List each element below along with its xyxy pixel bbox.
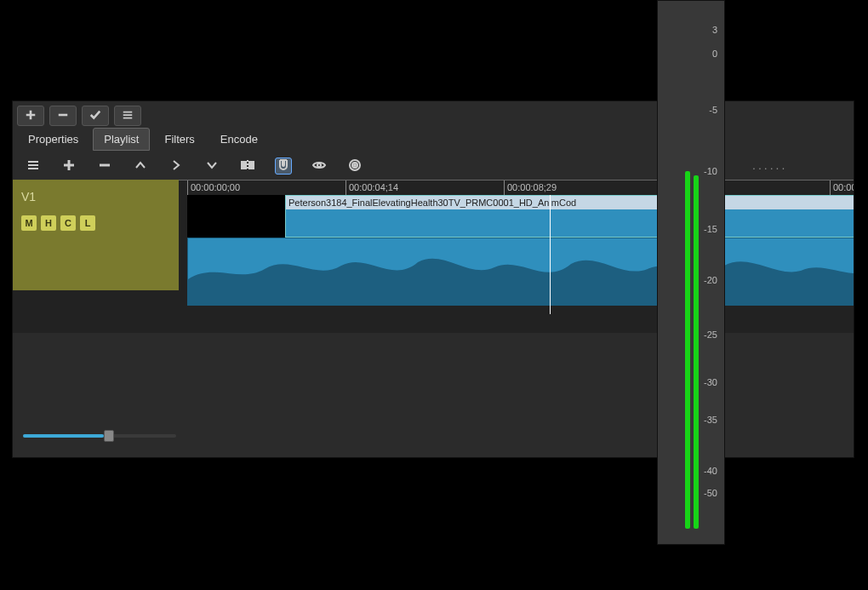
add-button[interactable] — [17, 106, 44, 126]
meter-label: -50 — [704, 488, 717, 498]
split-icon — [241, 158, 254, 175]
track-lock-toggle[interactable]: L — [80, 215, 95, 231]
tl-snap-button[interactable] — [275, 158, 292, 175]
timeline-toolbar — [13, 151, 854, 180]
svg-rect-1 — [249, 162, 254, 169]
timeline[interactable]: V1 M H C L 00:00:00;00 00:00:04;14 00:00… — [13, 180, 854, 333]
svg-point-3 — [317, 163, 321, 167]
tl-menu-button[interactable] — [25, 158, 42, 175]
track-header[interactable]: V1 M H C L — [13, 180, 179, 290]
ruler-tick: 00:00:00;00 — [187, 180, 240, 195]
tl-visibility-button[interactable] — [311, 158, 328, 175]
meter-label: -5 — [709, 105, 717, 115]
meter-bar-left — [685, 171, 690, 529]
tl-up-button[interactable] — [132, 158, 149, 175]
more-button[interactable] — [114, 106, 141, 126]
tab-playlist[interactable]: Playlist — [93, 128, 150, 151]
tl-remove-button[interactable] — [96, 158, 113, 175]
svg-rect-0 — [242, 162, 246, 169]
chevron-up-icon — [134, 158, 147, 175]
track-mute-toggle[interactable]: M — [21, 215, 37, 231]
clip-title-label: Peterson3184_FinalElevatingHealth30TV_PR… — [286, 196, 854, 209]
zoom-track — [23, 434, 176, 438]
meter-label: 3 — [712, 25, 717, 35]
confirm-button[interactable] — [82, 106, 109, 126]
plus-icon — [25, 109, 37, 123]
minus-icon — [98, 158, 111, 175]
track-toggles: M H C L — [21, 215, 170, 231]
tl-add-button[interactable] — [60, 158, 77, 175]
tab-properties[interactable]: Properties — [17, 128, 89, 151]
track-name-label: V1 — [21, 190, 170, 203]
zoom-thumb[interactable] — [104, 430, 114, 442]
decorative-dots: ...... — [752, 158, 787, 172]
chevron-down-icon — [205, 158, 219, 175]
track-hide-toggle[interactable]: H — [41, 215, 56, 231]
ruler-tick: 00:00: — [830, 180, 854, 195]
tl-target-button[interactable] — [346, 158, 363, 175]
tl-down-button[interactable] — [203, 158, 220, 175]
meter-label: -30 — [704, 377, 717, 387]
meter-bars — [685, 163, 699, 529]
meter-label: -10 — [704, 166, 717, 176]
zoom-slider[interactable] — [23, 432, 176, 440]
time-ruler[interactable]: 00:00:00;00 00:00:04;14 00:00:08;29 00:0… — [179, 180, 854, 195]
panel-tabs: Properties Playlist Filters Encode — [13, 128, 854, 151]
editor-window: Properties Playlist Filters Encode V1 M … — [12, 100, 854, 458]
track-composite-toggle[interactable]: C — [60, 215, 76, 231]
meter-label: -25 — [704, 329, 717, 340]
target-icon — [348, 158, 362, 175]
clip-main-audio[interactable] — [187, 238, 854, 306]
tab-filters[interactable]: Filters — [153, 128, 205, 151]
playhead[interactable] — [550, 195, 551, 314]
clip-area[interactable]: Peterson3184_FinalElevatingHealth30TV_PR… — [179, 195, 854, 314]
top-toolbar — [13, 101, 854, 126]
chevron-right-icon — [169, 158, 183, 175]
tab-encode[interactable]: Encode — [209, 128, 269, 151]
tl-split-button[interactable] — [239, 158, 256, 175]
ruler-tick: 00:00:08;29 — [504, 180, 557, 195]
meter-label: -15 — [704, 224, 717, 234]
clip-leader[interactable] — [187, 195, 285, 238]
hamburger-icon — [122, 109, 134, 123]
minus-icon — [57, 109, 69, 123]
meter-label: -20 — [704, 275, 717, 285]
tl-next-button[interactable] — [168, 158, 185, 175]
check-icon — [89, 109, 101, 123]
eye-icon — [312, 158, 326, 175]
ruler-tick: 00:00:04;14 — [345, 180, 398, 195]
hamburger-icon — [26, 158, 40, 175]
plus-icon — [62, 158, 76, 175]
waveform-icon — [188, 238, 854, 305]
meter-bar-right — [694, 175, 699, 529]
meter-label: -35 — [704, 415, 717, 425]
clip-main-video[interactable]: Peterson3184_FinalElevatingHealth30TV_PR… — [285, 195, 854, 238]
audio-meter-panel: 3 0 -5 -10 -15 -20 -25 -30 -35 -40 -50 — [657, 0, 725, 545]
svg-point-6 — [354, 164, 356, 166]
magnet-icon — [277, 158, 290, 175]
remove-button[interactable] — [49, 106, 77, 126]
meter-label: 0 — [712, 49, 717, 59]
zoom-fill — [23, 434, 104, 438]
meter-label: -40 — [704, 466, 717, 476]
